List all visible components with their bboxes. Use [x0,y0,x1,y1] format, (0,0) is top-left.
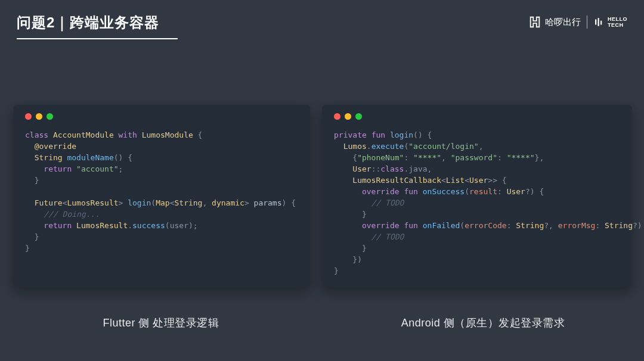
logo-group: 哈啰出行 HELLO TECH [528,13,627,29]
brand-bars-icon [593,17,604,27]
brand-h-icon [528,15,541,29]
brand-logo-hello: 哈啰出行 [528,15,581,29]
minimize-dot-icon [345,113,351,120]
caption-flutter: Flutter 侧 处理登录逻辑 [0,316,322,330]
maximize-dot-icon [355,113,362,120]
caption-android: Android 侧（原生）发起登录需求 [322,316,644,330]
panel-captions: Flutter 侧 处理登录逻辑 Android 侧（原生）发起登录需求 [0,287,644,330]
minimize-dot-icon [36,113,42,120]
close-dot-icon [25,113,32,120]
brand-logo-tech: HELLO TECH [593,16,627,28]
window-controls [25,113,298,120]
maximize-dot-icon [47,113,53,120]
svg-rect-2 [600,21,602,25]
close-dot-icon [334,113,340,120]
code-panel-android: private fun login() { Lumos.execute("acc… [322,105,632,287]
brand-tech-text: HELLO TECH [608,16,627,28]
code-panels: class AccountModule with LumosModule { @… [0,39,644,287]
logo-separator [587,15,587,29]
svg-rect-0 [595,20,596,25]
brand-name: 哈啰出行 [545,17,581,28]
code-panel-flutter: class AccountModule with LumosModule { @… [13,105,310,287]
svg-rect-1 [598,18,599,26]
slide-title: 问题2｜跨端业务容器 [17,13,178,39]
slide-header: 问题2｜跨端业务容器 哈啰出行 HELLO TECH [0,0,644,39]
window-controls [334,113,620,120]
android-code: private fun login() { Lumos.execute("acc… [334,129,620,276]
flutter-code: class AccountModule with LumosModule { @… [25,129,298,254]
